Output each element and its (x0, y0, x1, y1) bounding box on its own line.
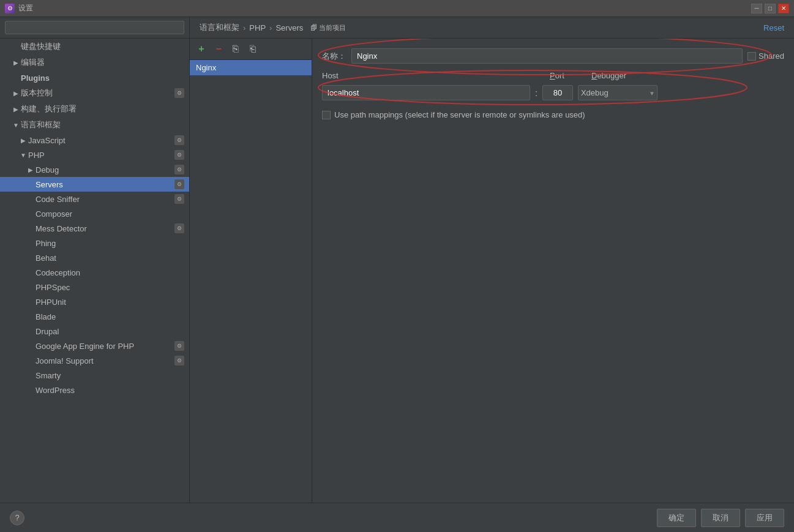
sidebar-item-build[interactable]: ▶ 构建、执行部署 (0, 101, 189, 117)
sidebar-item-label: PHPSpec (36, 283, 184, 292)
sidebar-item-label: Google App Engine for PHP (36, 342, 172, 351)
ok-button[interactable]: 确定 (657, 509, 696, 527)
sidebar-item-label: Phing (36, 239, 184, 248)
remove-server-button[interactable]: − (212, 42, 225, 56)
sidebar-item-javascript[interactable]: ▶ JavaScript ⚙ (0, 133, 189, 148)
search-input[interactable] (5, 21, 184, 34)
sidebar-item-phing[interactable]: Phing (0, 236, 189, 250)
path-mapping-checkbox[interactable] (322, 111, 331, 119)
title-bar-left: ⚙ 设置 (5, 3, 33, 13)
sidebar-item-debug[interactable]: ▶ Debug ⚙ (0, 162, 189, 177)
apply-button[interactable]: 应用 (745, 509, 784, 527)
sidebar-item-label: 版本控制 (21, 88, 172, 99)
debugger-select-wrapper: Xdebug Zend Debugger ▼ (578, 85, 657, 100)
arrow-icon (27, 210, 34, 217)
settings-icon: ⚙ (174, 194, 184, 204)
sidebar-item-label: PHP (28, 151, 172, 160)
sidebar-item-label: Drupal (36, 327, 184, 336)
reset-button[interactable]: Reset (763, 23, 784, 32)
copy-server-button[interactable]: ⎘ (229, 42, 242, 56)
sidebar-item-drupal[interactable]: Drupal (0, 324, 189, 339)
cancel-button[interactable]: 取消 (701, 509, 740, 527)
name-input[interactable] (351, 48, 743, 64)
sidebar-item-label: 构建、执行部署 (21, 103, 184, 114)
arrow-icon (27, 254, 34, 261)
sidebar-item-label: WordPress (36, 386, 184, 395)
server-list-item[interactable]: Nginx (190, 60, 312, 75)
sidebar-item-mess-detector[interactable]: Mess Detector ⚙ (0, 221, 189, 236)
sidebar-item-wordpress[interactable]: WordPress (0, 383, 189, 397)
server-item-label: Nginx (196, 63, 216, 72)
sidebar-item-php[interactable]: ▼ PHP ⚙ (0, 148, 189, 162)
path-mapping-label: Use path mappings (select if the server … (334, 110, 585, 119)
search-bar (0, 17, 189, 39)
arrow-icon (27, 386, 34, 394)
port-input[interactable] (542, 85, 573, 100)
arrow-icon: ▶ (12, 89, 20, 97)
sidebar-item-label: Blade (36, 312, 184, 321)
sidebar-item-label: Behat (36, 253, 184, 263)
sidebar-item-label: Composer (36, 209, 184, 219)
debugger-col-header: Debugger (591, 71, 626, 80)
breadcrumb-separator: › (243, 23, 245, 32)
content-area: 语言和框架 › PHP › Servers 🗐 当前项目 Reset + − ⎘ (190, 17, 794, 503)
sidebar-item-google-app-engine[interactable]: Google App Engine for PHP ⚙ (0, 339, 189, 353)
shared-text: Shared (758, 51, 784, 61)
close-button[interactable]: ✕ (778, 4, 789, 13)
arrow-icon (12, 74, 20, 81)
sidebar-item-joomla[interactable]: Joomla! Support ⚙ (0, 353, 189, 368)
window-controls: ─ □ ✕ (751, 4, 789, 13)
arrow-icon (27, 372, 34, 379)
sidebar-item-label: JavaScript (28, 136, 172, 145)
breadcrumb-item-servers: Servers (275, 23, 303, 32)
current-project-label: 当前项目 (319, 24, 346, 31)
sidebar-item-codeception[interactable]: Codeception (0, 265, 189, 280)
sidebar-item-editor[interactable]: ▶ 编辑器 (0, 54, 189, 70)
name-label: 名称： (322, 51, 346, 62)
breadcrumb: 语言和框架 › PHP › Servers 🗐 当前项目 (200, 22, 346, 33)
sidebar-item-composer[interactable]: Composer (0, 206, 189, 221)
sidebar-item-label: 语言和框架 (21, 119, 184, 130)
sidebar-item-code-sniffer[interactable]: Code Sniffer ⚙ (0, 192, 189, 206)
toolbar: + − ⎘ ⎗ (190, 39, 312, 60)
sidebar-item-plugins[interactable]: Plugins (0, 70, 189, 85)
sidebar-item-keyboard[interactable]: 键盘快捷键 (0, 39, 189, 54)
arrow-icon (27, 298, 34, 305)
arrow-icon (27, 313, 34, 320)
minimize-button[interactable]: ─ (751, 4, 762, 13)
paste-server-button[interactable]: ⎗ (246, 42, 260, 56)
add-server-button[interactable]: + (195, 42, 208, 56)
sidebar-item-label: PHPUnit (36, 298, 184, 307)
port-col-header: Port (550, 71, 586, 80)
arrow-icon: ▼ (12, 121, 20, 129)
breadcrumb-item-php: PHP (249, 23, 266, 32)
server-config-panel: 名称： Shared Host Port (312, 39, 794, 503)
main-layout: 键盘快捷键 ▶ 编辑器 Plugins ▶ 版本控制 ⚙ ▶ 构建、执行部署 ▼… (0, 17, 794, 503)
debugger-select[interactable]: Xdebug Zend Debugger (578, 85, 657, 100)
help-button[interactable]: ? (10, 511, 24, 525)
bottom-left: ? (10, 511, 24, 525)
arrow-icon: ▼ (20, 151, 27, 159)
arrow-icon (27, 328, 34, 335)
host-input[interactable] (322, 85, 530, 100)
arrow-icon (27, 195, 34, 203)
shared-checkbox[interactable] (747, 52, 756, 61)
sidebar-item-blade[interactable]: Blade (0, 309, 189, 324)
maximize-button[interactable]: □ (765, 4, 776, 13)
sidebar-item-smarty[interactable]: Smarty (0, 368, 189, 383)
sidebar-item-behat[interactable]: Behat (0, 250, 189, 265)
sidebar-item-phpunit[interactable]: PHPUnit (0, 294, 189, 309)
host-port-debugger-row: : Xdebug Zend Debugger ▼ (322, 85, 784, 100)
sidebar-item-lang[interactable]: ▼ 语言和框架 (0, 117, 189, 133)
arrow-icon (27, 357, 34, 364)
sidebar-item-phpspec[interactable]: PHPSpec (0, 280, 189, 294)
project-indicator: 🗐 当前项目 (310, 23, 346, 32)
sidebar-item-label: 编辑器 (21, 57, 184, 68)
main-split: + − ⎘ ⎗ Nginx (190, 39, 794, 503)
port-label-text: P (550, 71, 555, 80)
arrow-icon (27, 181, 34, 188)
sidebar-item-vcs[interactable]: ▶ 版本控制 ⚙ (0, 85, 189, 101)
column-headers: Host Port Debugger (322, 71, 784, 80)
bottom-right: 确定 取消 应用 (657, 509, 784, 527)
sidebar-item-servers[interactable]: Servers ⚙ (0, 177, 189, 192)
